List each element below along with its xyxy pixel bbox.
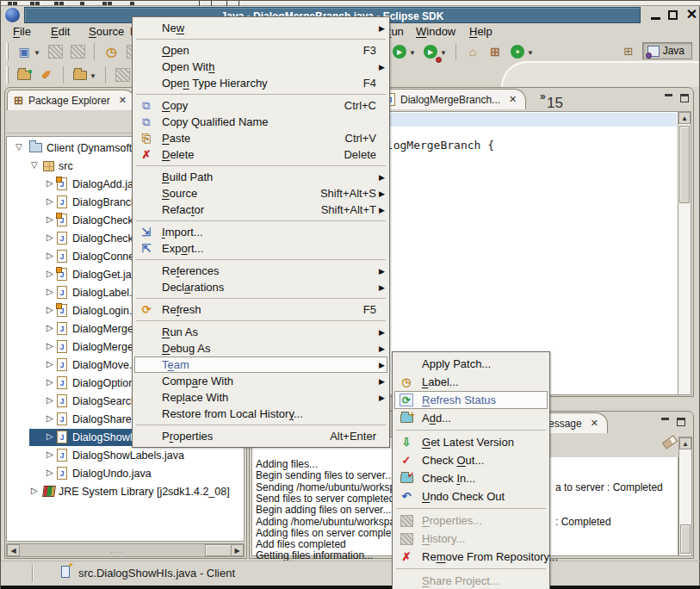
team-submenu-item-history[interactable]: History... [393, 530, 548, 548]
expand-arrow-icon[interactable]: ▷ [46, 269, 53, 278]
team-submenu-item-check-in[interactable]: ✓Check In... [393, 469, 548, 487]
clear-console-icon[interactable] [662, 435, 678, 450]
expand-arrow-icon[interactable]: ▷ [46, 450, 53, 459]
context-menu-item-open-type-hierarchy[interactable]: Open Type HierarchyF4 [133, 75, 388, 91]
tab-overflow-count[interactable]: 15 [547, 95, 563, 112]
expand-arrow-icon[interactable]: ▷ [46, 287, 53, 296]
run-icon[interactable]: ▶▼ [390, 42, 409, 61]
context-menu-item-restore-from-local-history[interactable]: Restore from Local History... [133, 406, 388, 422]
context-menu-item-refresh[interactable]: ⟳RefreshF5 [133, 301, 388, 318]
context-menu-item-export[interactable]: ⇱Export... [133, 240, 388, 257]
new-package-icon[interactable]: ⊞ [486, 42, 505, 61]
tree-item-dialogundo-java[interactable]: ▷JDialogUndo.java [7, 465, 244, 482]
expand-arrow-icon[interactable]: ▷ [46, 395, 53, 405]
collapse-arrow-icon[interactable]: ▽ [15, 142, 22, 152]
save-icon[interactable] [46, 42, 65, 61]
context-menu-item-copy-qualified-name[interactable]: ⧉Copy Qualified Name [133, 114, 388, 130]
context-menu-item-references[interactable]: References▶ [133, 263, 388, 279]
expand-arrow-icon[interactable]: ▷ [46, 305, 53, 314]
context-menu-item-import[interactable]: ⇲Import... [133, 224, 388, 240]
maximize-view-icon[interactable] [680, 94, 689, 102]
context-menu-item-properties[interactable]: PropertiesAlt+Enter [133, 428, 388, 444]
context-menu-item-paste[interactable]: ⎘PasteCtrl+V [133, 130, 388, 146]
team-submenu-item-undo-check-out[interactable]: ↶Undo Check Out [393, 487, 548, 505]
java-perspective-button[interactable]: Java [642, 42, 692, 59]
team-submenu-item-share-project[interactable]: Share Project... [393, 572, 548, 589]
minimize-view-icon[interactable] [660, 418, 670, 425]
team-submenu-item-remove-from-repository[interactable]: ✗Remove From Repository... [393, 548, 548, 566]
new-class-icon[interactable]: ✦▼ [508, 42, 527, 61]
tree-item-dialogshowlabels-java[interactable]: ▷JDialogShowLabels.java [7, 447, 244, 464]
scroll-up-icon[interactable]: ▲ [678, 112, 691, 124]
context-menu-item-new[interactable]: New▶ [133, 20, 388, 36]
close-icon[interactable]: ✕ [119, 95, 127, 106]
new-wizard-icon[interactable]: ▣▼ [15, 42, 34, 61]
debug-icon[interactable]: ▶▼ [421, 42, 440, 61]
editor-vertical-scrollbar[interactable]: ▲ [678, 111, 691, 395]
editor-tab[interactable]: J DialogMergeBranch... ✕ [378, 89, 526, 109]
tab-overflow-chevron-icon[interactable]: » [540, 90, 546, 102]
expand-arrow-icon[interactable]: ▷ [31, 486, 38, 495]
expand-arrow-icon[interactable]: ▷ [46, 359, 53, 369]
context-menu-item-copy[interactable]: ⧉CopyCtrl+C [133, 97, 388, 114]
expand-arrow-icon[interactable]: ▷ [46, 251, 53, 260]
expand-arrow-icon[interactable]: ▷ [46, 413, 53, 423]
context-menu-item-open-with[interactable]: Open With▶ [133, 59, 388, 75]
print-icon[interactable] [68, 42, 87, 61]
window-maximize-button[interactable] [666, 8, 680, 22]
scrollbar-thumb[interactable] [680, 524, 691, 554]
expand-arrow-icon[interactable]: ▷ [46, 178, 53, 188]
context-menu-item-team[interactable]: Team▶ [134, 356, 387, 373]
marker-icon[interactable]: ✐ [37, 65, 56, 84]
context-menu-item-declarations[interactable]: Declarations▶ [133, 279, 388, 295]
pencil-gray-icon[interactable] [113, 65, 132, 84]
window-close-button[interactable]: ✕ [685, 8, 699, 22]
expand-arrow-icon[interactable]: ▷ [46, 377, 53, 387]
team-submenu-item-label[interactable]: ◷Label... [393, 373, 548, 391]
scroll-up-icon[interactable]: ▲ [679, 437, 691, 450]
scroll-left-icon[interactable]: ◀ [7, 544, 20, 556]
team-submenu-item-get-latest-version[interactable]: ⇩Get Latest Version [393, 433, 548, 451]
team-submenu-item-refresh-status[interactable]: ⟳Refresh Status [394, 391, 548, 409]
team-submenu-item-apply-patch[interactable]: Apply Patch... [393, 355, 548, 373]
package-explorer-tab[interactable]: ⊞ Package Explorer ✕ [7, 90, 136, 110]
context-menu-item-compare-with[interactable]: Compare With▶ [133, 373, 388, 389]
team-submenu-item-check-out[interactable]: ✓Check Out... [393, 451, 548, 469]
context-menu-item-source[interactable]: SourceShift+Alt+S▶ [133, 185, 388, 202]
tree-item-jre-system-library-j2sdk1-4-2-08[interactable]: ▷JRE System Library [j2sdk1.4.2_08] [7, 483, 244, 500]
label-clock-icon[interactable]: ◷ [102, 42, 121, 61]
menubar-item-source[interactable]: Source [89, 25, 124, 38]
expand-arrow-icon[interactable]: ▷ [46, 232, 53, 242]
scroll-right-icon[interactable]: ▶ [231, 544, 244, 556]
expand-arrow-icon[interactable]: ▷ [46, 468, 53, 477]
open-type-icon[interactable]: ⌂ [463, 42, 482, 61]
expand-arrow-icon[interactable]: ▷ [46, 196, 53, 206]
new-folder-icon[interactable]: ▼ [71, 65, 90, 84]
menubar-item-window[interactable]: Window [416, 25, 455, 38]
window-minimize-button[interactable] [648, 8, 663, 22]
context-menu-item-refactor[interactable]: RefactorShift+Alt+T▶ [133, 202, 388, 218]
scrollbar-thumb[interactable] [679, 126, 690, 203]
context-menu-item-build-path[interactable]: Build Path▶ [133, 169, 388, 185]
open-perspective-icon[interactable]: ⊞ [620, 42, 637, 59]
team-submenu-item-add[interactable]: +Add... [393, 409, 548, 427]
expand-arrow-icon[interactable]: ▷ [46, 431, 53, 441]
maximize-view-icon[interactable] [677, 418, 685, 426]
team-submenu-item-properties[interactable]: Properties... [393, 512, 548, 530]
message-vertical-scrollbar[interactable]: ▲ [678, 437, 692, 556]
context-menu-item-debug-as[interactable]: Debug As▶ [133, 340, 388, 356]
context-menu-item-open[interactable]: OpenF3 [133, 42, 388, 59]
minimize-view-icon[interactable] [664, 94, 673, 102]
collapse-arrow-icon[interactable]: ▽ [31, 160, 38, 170]
close-icon[interactable]: ✕ [509, 94, 517, 105]
expand-arrow-icon[interactable]: ▷ [46, 341, 53, 350]
context-menu-item-delete[interactable]: ✗DeleteDelete [133, 146, 388, 163]
scrollbar-thumb[interactable] [205, 544, 234, 556]
context-menu-item-run-as[interactable]: Run As▶ [133, 324, 388, 340]
expand-arrow-icon[interactable]: ▷ [46, 214, 53, 224]
menubar-item-help[interactable]: Help [469, 25, 492, 38]
context-menu-item-replace-with[interactable]: Replace With▶ [133, 389, 388, 406]
close-icon[interactable]: ✕ [591, 418, 598, 429]
horizontal-scrollbar[interactable]: ◀ ··· ▶ [6, 543, 245, 557]
open-project-icon[interactable]: ● [15, 65, 34, 84]
